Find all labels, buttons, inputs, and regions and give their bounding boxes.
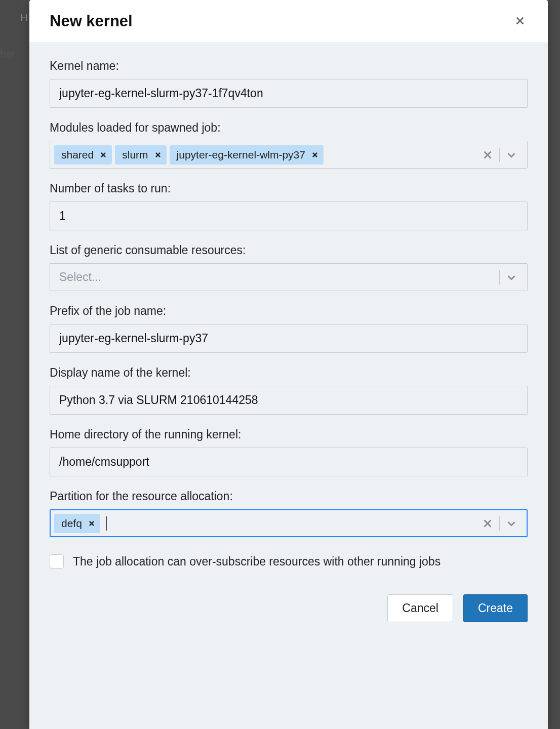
text-cursor xyxy=(106,516,107,531)
module-tag-label: shared xyxy=(61,149,94,161)
partition-group: Partition for the resource allocation: d… xyxy=(50,490,528,537)
module-tag: shared xyxy=(54,145,112,165)
display-name-input[interactable] xyxy=(50,386,528,415)
num-tasks-group: Number of tasks to run: xyxy=(50,182,528,230)
module-tag-label: jupyter-eg-kernel-wlm-py37 xyxy=(177,149,305,161)
remove-tag-icon[interactable] xyxy=(88,520,95,527)
partition-tags: defq xyxy=(54,514,476,533)
module-tag: jupyter-eg-kernel-wlm-py37 xyxy=(170,145,324,165)
module-tag-label: slurm xyxy=(122,149,148,161)
modal-footer: Cancel Create xyxy=(50,570,528,642)
home-dir-group: Home directory of the running kernel: xyxy=(50,428,528,476)
modules-select[interactable]: shared slurm jupyter-eg-kernel-wlm-py37 xyxy=(50,141,528,169)
remove-tag-icon[interactable] xyxy=(100,151,107,158)
backdrop-partial-text-3: her xyxy=(0,48,15,60)
display-name-label: Display name of the kernel: xyxy=(50,366,528,380)
modules-tags: shared slurm jupyter-eg-kernel-wlm-py37 xyxy=(54,145,476,165)
modules-group: Modules loaded for spawned job: shared s… xyxy=(50,121,528,169)
modal-header: New kernel xyxy=(29,0,548,43)
kernel-name-group: Kernel name: xyxy=(50,59,528,108)
module-tag: slurm xyxy=(115,145,166,165)
create-button[interactable]: Create xyxy=(463,594,528,622)
remove-tag-icon[interactable] xyxy=(311,151,318,158)
partition-label: Partition for the resource allocation: xyxy=(50,490,528,503)
prefix-input[interactable] xyxy=(50,324,528,353)
gres-label: List of generic consumable resources: xyxy=(50,244,528,257)
gres-select[interactable]: Select... xyxy=(50,263,528,291)
kernel-name-input[interactable] xyxy=(50,79,528,108)
partition-select[interactable]: defq xyxy=(50,509,528,537)
oversubscribe-label: The job allocation can over-subscribe re… xyxy=(73,553,441,570)
close-button[interactable] xyxy=(512,13,528,30)
select-indicators xyxy=(499,270,523,285)
clear-all-icon[interactable] xyxy=(476,149,499,160)
partition-tag: defq xyxy=(54,514,100,533)
home-dir-label: Home directory of the running kernel: xyxy=(50,428,528,441)
modules-label: Modules loaded for spawned job: xyxy=(50,121,528,135)
cancel-button[interactable]: Cancel xyxy=(387,594,453,622)
partition-tag-label: defq xyxy=(61,517,82,530)
chevron-down-icon[interactable] xyxy=(500,149,523,160)
gres-group: List of generic consumable resources: Se… xyxy=(50,244,528,291)
modal-body: Kernel name: Modules loaded for spawned … xyxy=(29,43,548,729)
backdrop-partial-text-2: H xyxy=(20,11,28,23)
select-indicators xyxy=(476,148,523,162)
modal-title: New kernel xyxy=(50,12,133,30)
home-dir-input[interactable] xyxy=(50,448,528,476)
new-kernel-modal: New kernel Kernel name: Modules loaded f… xyxy=(29,0,548,729)
kernel-name-label: Kernel name: xyxy=(50,59,528,73)
prefix-label: Prefix of the job name: xyxy=(50,304,528,318)
display-name-group: Display name of the kernel: xyxy=(50,366,528,415)
chevron-down-icon[interactable] xyxy=(500,518,523,529)
gres-tags: Select... xyxy=(54,270,499,284)
close-icon xyxy=(514,15,526,28)
num-tasks-input[interactable] xyxy=(50,201,528,230)
oversubscribe-checkbox[interactable] xyxy=(50,554,64,569)
remove-tag-icon[interactable] xyxy=(154,151,162,158)
clear-all-icon[interactable] xyxy=(476,518,499,529)
prefix-group: Prefix of the job name: xyxy=(50,304,528,353)
select-indicators xyxy=(476,516,523,531)
num-tasks-label: Number of tasks to run: xyxy=(50,182,528,195)
oversubscribe-row: The job allocation can over-subscribe re… xyxy=(50,553,528,570)
gres-placeholder: Select... xyxy=(54,270,101,284)
chevron-down-icon[interactable] xyxy=(500,272,523,283)
